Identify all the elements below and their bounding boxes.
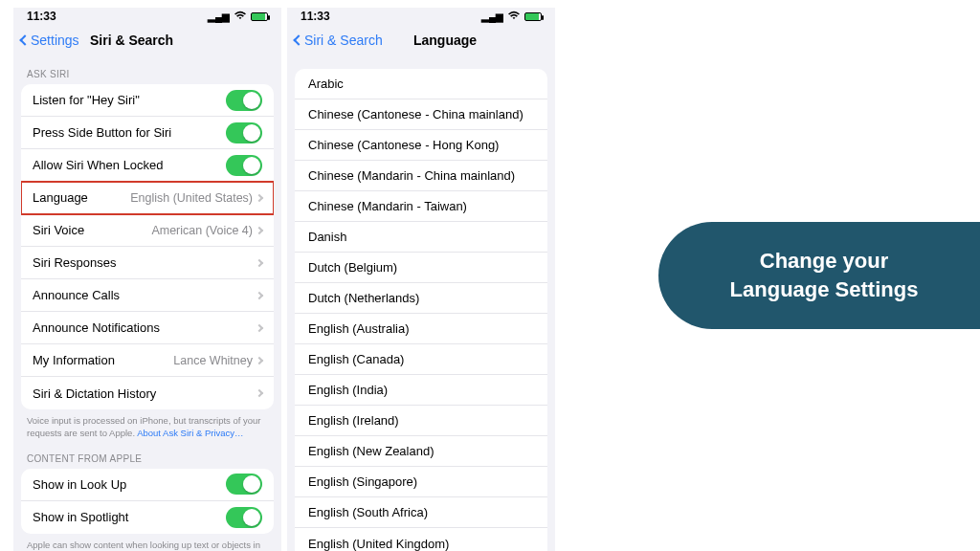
row-language[interactable]: Language English (United States) [21,182,274,214]
row-announce-calls[interactable]: Announce Calls [21,279,274,312]
language-option[interactable]: Arabic [295,69,547,99]
footer-link[interactable]: About Ask Siri & Privacy… [137,428,243,438]
chevron-left-icon [19,34,30,45]
row-siri-responses[interactable]: Siri Responses [21,247,274,279]
language-option[interactable]: Dutch (Netherlands) [295,283,547,314]
language-option[interactable]: Chinese (Mandarin - China mainland) [295,161,547,191]
row-siri-history[interactable]: Siri & Dictation History [21,377,274,409]
chevron-right-icon [256,258,263,266]
battery-icon [524,12,542,21]
row-side-button[interactable]: Press Side Button for Siri [21,117,274,149]
language-option[interactable]: English (Australia) [295,314,547,344]
toggle-on-icon[interactable] [226,90,262,111]
language-option[interactable]: English (Singapore) [295,467,547,497]
row-label: Allow Siri When Locked [33,158,226,172]
row-label: Announce Calls [33,288,256,302]
row-label: Siri Responses [33,255,256,270]
back-label: Siri & Search [304,33,383,48]
row-label: Show in Spotlight [33,510,226,524]
row-label: Show in Look Up [33,477,226,492]
chevron-right-icon [256,323,263,331]
footer-text: Apple can show content when looking up t… [27,540,260,551]
language-option[interactable]: Danish [295,222,547,253]
row-label: My Information [33,353,173,367]
row-lookup[interactable]: Show in Look Up [21,469,274,501]
wifi-icon [234,10,247,23]
toggle-on-icon[interactable] [226,474,262,495]
nav-bar: Siri & Search Language [287,25,555,55]
page-title: Siri & Search [90,33,173,48]
row-announce-notifications[interactable]: Announce Notifications [21,312,274,344]
toggle-on-icon[interactable] [226,155,262,176]
chevron-right-icon [256,291,263,298]
nav-bar: Settings Siri & Search [13,25,281,55]
row-my-information[interactable]: My Information Lance Whitney [21,344,274,377]
callout-line1: Change your [730,247,919,276]
row-value: American (Voice 4) [151,224,253,237]
group-ask-siri: Listen for "Hey Siri" Press Side Button … [21,84,274,409]
row-label: Announce Notifications [33,320,256,335]
back-button[interactable]: Settings [21,33,79,48]
row-siri-voice[interactable]: Siri Voice American (Voice 4) [21,214,274,247]
chevron-right-icon [256,193,263,201]
language-option[interactable]: English (New Zealand) [295,436,547,467]
toggle-on-icon[interactable] [226,507,262,528]
phone-siri-settings: 11:33 ▂▄▆ Settings Siri & Search ASK SIR… [13,8,281,551]
language-option[interactable]: English (South Africa) [295,497,547,528]
row-label: Siri & Dictation History [33,386,256,401]
back-button[interactable]: Siri & Search [295,33,383,48]
row-hey-siri[interactable]: Listen for "Hey Siri" [21,84,274,117]
row-label: Siri Voice [33,223,151,237]
language-list: ArabicChinese (Cantonese - China mainlan… [295,69,547,551]
language-option[interactable]: Dutch (Belgium) [295,253,547,283]
signal-icon: ▂▄▆ [481,11,503,22]
language-option[interactable]: English (United Kingdom) [295,528,547,551]
footer-content-apple: Apple can show content when looking up t… [13,534,281,551]
status-icons: ▂▄▆ [481,10,542,23]
phone-language-list: 11:33 ▂▄▆ Siri & Search Language ArabicC… [287,8,555,551]
back-label: Settings [31,33,79,48]
language-option[interactable]: Chinese (Cantonese - Hong Kong) [295,130,547,161]
wifi-icon [507,10,521,23]
chevron-left-icon [293,34,303,45]
chevron-right-icon [256,356,263,364]
chevron-right-icon [256,389,263,397]
section-content-apple: CONTENT FROM APPLE [13,440,281,469]
row-value: English (United States) [130,191,253,205]
language-option[interactable]: Chinese (Cantonese - China mainland) [295,99,547,130]
toggle-on-icon[interactable] [226,122,262,143]
callout-line2: Language Settings [730,276,919,304]
group-content-apple: Show in Look Up Show in Spotlight [21,469,274,534]
row-allow-locked[interactable]: Allow Siri When Locked [21,149,274,182]
footer-ask-siri: Voice input is processed on iPhone, but … [13,409,281,440]
status-icons: ▂▄▆ [208,10,268,23]
language-option[interactable]: Chinese (Mandarin - Taiwan) [295,191,547,222]
callout-pill: Change your Language Settings [658,222,980,329]
status-time: 11:33 [301,10,330,23]
row-spotlight[interactable]: Show in Spotlight [21,501,274,534]
status-bar: 11:33 ▂▄▆ [13,8,281,25]
language-option[interactable]: English (Canada) [295,344,547,375]
signal-icon: ▂▄▆ [208,11,230,22]
chevron-right-icon [256,226,263,233]
section-ask-siri: ASK SIRI [13,55,281,84]
language-option[interactable]: English (India) [295,375,547,406]
language-option[interactable]: English (Ireland) [295,406,547,436]
row-label: Press Side Button for Siri [33,125,226,140]
row-label: Listen for "Hey Siri" [33,93,226,107]
row-label: Language [33,190,130,205]
status-time: 11:33 [27,10,56,23]
row-value: Lance Whitney [173,354,253,367]
battery-icon [251,12,268,21]
status-bar: 11:33 ▂▄▆ [287,8,555,25]
